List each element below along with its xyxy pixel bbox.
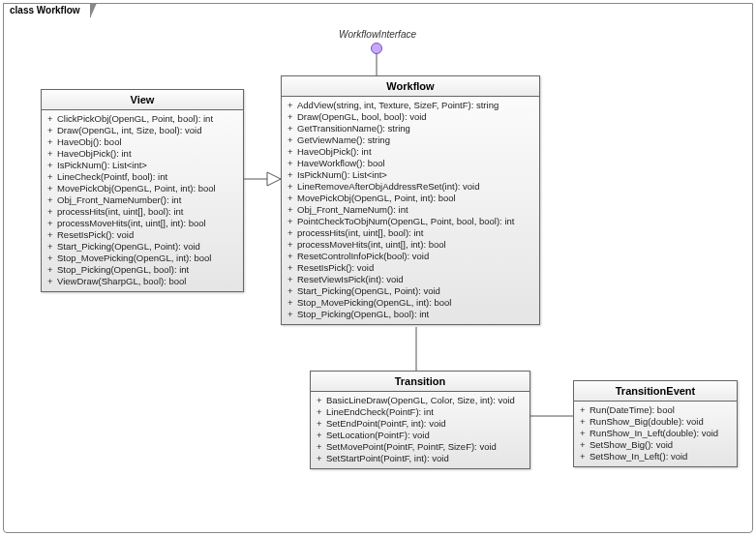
operation: +Stop_MovePicking(OpenGL, int): bool <box>47 253 237 264</box>
operation: +ResetViewIsPick(int): void <box>287 274 533 285</box>
operation: +Obj_Front_NameNumber(): int <box>47 194 237 206</box>
class-view: View +ClickPickObj(OpenGL, Point, bool):… <box>41 89 244 292</box>
operation: +ResetIsPick(): void <box>47 229 237 241</box>
frame-label: class Workflow <box>3 3 91 17</box>
interface-label: WorkflowInterface <box>329 29 426 40</box>
operation: +Obj_Front_NameNum(): int <box>287 204 533 216</box>
operation: +Run(DateTime): bool <box>580 404 731 416</box>
operation: +GetTransitionName(): string <box>287 123 533 134</box>
class-transition-event: TransitionEvent +Run(DateTime): bool+Run… <box>573 380 738 467</box>
operation: +SetLocation(PointF): void <box>317 430 524 441</box>
operation: +PointCheckToObjNum(OpenGL, Point, bool,… <box>287 216 533 227</box>
operation: +LineCheck(Pointf, bool): int <box>47 171 237 183</box>
operation: +MovePickObj(OpenGL, Point, int): bool <box>47 183 237 194</box>
operation: +processMoveHits(int, uint[], int): bool <box>287 239 533 251</box>
frame-label-text: class Workflow <box>10 5 80 15</box>
operation: +SetEndPoint(PointF, int): void <box>317 418 524 430</box>
class-ops: +AddView(string, int, Texture, SizeF, Po… <box>282 97 539 324</box>
operation: +ResetIsPick(): void <box>287 262 533 274</box>
class-title: Workflow <box>282 76 539 97</box>
operation: +Start_Picking(OpenGL, Point): void <box>287 285 533 297</box>
class-ops: +BasicLineDraw(OpenGL, Color, Size, int)… <box>311 392 529 468</box>
class-workflow: Workflow +AddView(string, int, Texture, … <box>281 75 540 325</box>
operation: +processMoveHits(int, uint[], int): bool <box>47 218 237 229</box>
operation: +HaveWorkflow(): bool <box>287 158 533 169</box>
operation: +ClickPickObj(OpenGL, Point, bool): int <box>47 113 237 125</box>
operation: +IsPickNum(): List<int> <box>287 169 533 181</box>
operation: +processHits(int, uint[], bool): int <box>287 227 533 239</box>
class-ops: +ClickPickObj(OpenGL, Point, bool): int+… <box>42 110 243 291</box>
operation: +SetMovePoint(PointF, PointF, SizeF): vo… <box>317 441 524 453</box>
operation: +LineRemoveAfterObjAddressReSet(int): vo… <box>287 181 533 193</box>
class-title: View <box>42 90 243 110</box>
operation: +ResetControlInfoPick(bool): void <box>287 251 533 262</box>
operation: +Stop_Picking(OpenGL, bool): int <box>47 264 237 276</box>
operation: +Draw(OpenGL, int, Size, bool): void <box>47 125 237 136</box>
operation: +LineEndCheck(PointF): int <box>317 406 524 418</box>
operation: +MovePickObj(OpenGL, Point, int): bool <box>287 193 533 204</box>
operation: +GetViewName(): string <box>287 134 533 146</box>
operation: +RunShow_Big(double): void <box>580 416 731 428</box>
class-transition: Transition +BasicLineDraw(OpenGL, Color,… <box>310 371 530 469</box>
operation: +Stop_MovePicking(OpenGL, int): bool <box>287 297 533 309</box>
operation: +Start_Picking(OpenGL, Point): void <box>47 241 237 253</box>
operation: +SetShow_In_Left(): void <box>580 451 731 462</box>
operation: +RunShow_In_Left(double): void <box>580 428 731 439</box>
class-ops: +Run(DateTime): bool+RunShow_Big(double)… <box>574 402 737 466</box>
operation: +HaveObjPick(): int <box>287 146 533 158</box>
operation: +AddView(string, int, Texture, SizeF, Po… <box>287 100 533 111</box>
operation: +HaveObjPick(): int <box>47 148 237 160</box>
operation: +Stop_Picking(OpenGL, bool): int <box>287 309 533 320</box>
operation: +SetStartPoint(PointF, int): void <box>317 453 524 464</box>
operation: +BasicLineDraw(OpenGL, Color, Size, int)… <box>317 395 524 406</box>
operation: +Draw(OpenGL, bool, bool): void <box>287 111 533 123</box>
operation: +IsPickNum(): List<int> <box>47 160 237 171</box>
class-title: TransitionEvent <box>574 381 737 402</box>
operation: +HaveObj(): bool <box>47 136 237 148</box>
operation: +ViewDraw(SharpGL, bool): bool <box>47 276 237 287</box>
operation: +SetShow_Big(): void <box>580 439 731 451</box>
operation: +processHits(int, uint[], bool): int <box>47 206 237 218</box>
class-title: Transition <box>311 372 529 392</box>
interface-lollipop-icon <box>371 43 382 54</box>
